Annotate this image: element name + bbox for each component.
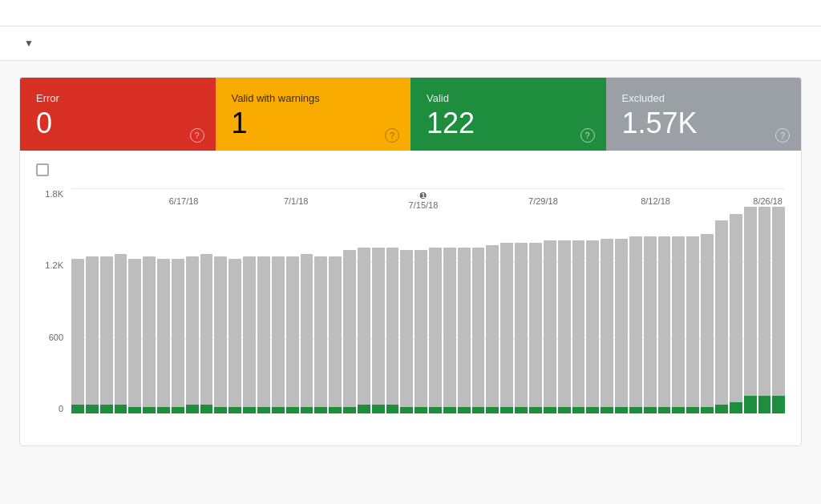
bar-green-41 xyxy=(658,407,671,413)
bar-group-39 xyxy=(629,189,642,413)
bar-gray-4 xyxy=(128,259,141,407)
bar-gray-24 xyxy=(415,250,427,407)
bar-green-10 xyxy=(214,407,227,413)
bar-group-19 xyxy=(343,189,356,413)
bar-green-31 xyxy=(515,407,528,413)
bar-group-38 xyxy=(615,189,628,413)
x-label-2: 7/15/18 xyxy=(409,200,439,210)
bar-green-11 xyxy=(229,407,241,413)
bar-green-0 xyxy=(71,405,84,413)
bar-gray-29 xyxy=(486,245,499,407)
bar-green-13 xyxy=(257,407,270,413)
x-label-5: 8/26/18 xyxy=(753,196,783,206)
tile-warning[interactable]: Valid with warnings 1 ? xyxy=(216,78,411,151)
bar-green-49 xyxy=(772,396,785,413)
tile-error[interactable]: Error 0 ? xyxy=(20,78,216,151)
bar-green-30 xyxy=(500,407,513,413)
bar-group-32 xyxy=(529,189,542,413)
bar-green-44 xyxy=(701,407,714,413)
impressions-toggle xyxy=(36,163,785,176)
bar-group-20 xyxy=(358,189,370,413)
bar-group-23 xyxy=(400,189,413,413)
bar-group-4 xyxy=(128,189,141,413)
bar-gray-41 xyxy=(658,236,671,407)
bar-gray-2 xyxy=(100,256,113,405)
bar-gray-26 xyxy=(443,248,456,407)
bar-gray-0 xyxy=(71,259,84,405)
impressions-checkbox[interactable] xyxy=(36,163,49,176)
bar-gray-28 xyxy=(472,248,485,407)
bar-green-32 xyxy=(529,407,542,413)
bar-green-2 xyxy=(100,405,113,413)
bar-group-44 xyxy=(701,189,714,413)
bar-group-35 xyxy=(572,189,585,413)
bar-green-37 xyxy=(601,407,613,413)
y-axis: 1.8K1.2K6000 xyxy=(36,189,68,413)
bar-gray-43 xyxy=(686,236,699,407)
bar-gray-20 xyxy=(358,248,370,405)
filter-dropdown[interactable]: ▼ xyxy=(19,34,34,52)
bar-gray-13 xyxy=(257,256,270,407)
bar-group-2 xyxy=(100,189,113,413)
x-label-group-0: 6/17/18 xyxy=(169,196,199,206)
chevron-down-icon: ▼ xyxy=(24,38,34,49)
bar-group-17 xyxy=(314,189,327,413)
bar-group-9 xyxy=(200,189,213,413)
bar-gray-40 xyxy=(644,236,657,407)
bar-green-29 xyxy=(486,407,499,413)
tile-label-valid: Valid xyxy=(427,92,590,104)
bar-gray-5 xyxy=(143,256,156,407)
bar-gray-19 xyxy=(343,250,356,407)
tile-value-valid: 122 xyxy=(427,109,590,138)
bar-group-18 xyxy=(329,189,342,413)
toolbar: ▼ xyxy=(0,26,821,61)
bar-group-1 xyxy=(86,189,99,413)
bar-green-26 xyxy=(443,407,456,413)
help-icon-excluded[interactable]: ? xyxy=(775,128,790,143)
help-icon-error[interactable]: ? xyxy=(190,128,204,143)
bar-gray-45 xyxy=(715,220,728,405)
bar-green-25 xyxy=(429,407,442,413)
bar-gray-21 xyxy=(372,248,385,405)
bar-group-46 xyxy=(730,189,742,413)
bar-green-9 xyxy=(200,405,213,413)
bar-gray-15 xyxy=(286,256,299,407)
bar-group-43 xyxy=(686,189,699,413)
bar-green-43 xyxy=(686,407,699,413)
bar-green-42 xyxy=(672,407,685,413)
bar-gray-10 xyxy=(214,256,227,407)
bar-green-6 xyxy=(157,407,170,413)
tile-excluded[interactable]: Excluded 1.57K ? xyxy=(606,78,802,151)
bar-green-28 xyxy=(472,407,485,413)
bar-green-18 xyxy=(329,407,342,413)
bar-green-39 xyxy=(629,407,642,413)
tile-value-excluded: 1.57K xyxy=(622,109,786,138)
x-dot-2: 1 xyxy=(420,192,427,199)
help-icon-valid[interactable]: ? xyxy=(580,128,595,143)
bar-group-48 xyxy=(758,189,771,413)
bar-group-33 xyxy=(544,189,556,413)
bar-group-27 xyxy=(458,189,471,413)
bar-green-34 xyxy=(558,407,571,413)
bar-gray-11 xyxy=(229,259,241,407)
bar-green-35 xyxy=(572,407,585,413)
y-label-2: 600 xyxy=(49,333,63,342)
bar-green-46 xyxy=(730,402,742,413)
bar-gray-44 xyxy=(701,234,714,407)
help-icon-warning[interactable]: ? xyxy=(385,128,399,143)
bar-group-13 xyxy=(257,189,270,413)
bar-group-3 xyxy=(115,189,127,413)
y-label-1: 1.2K xyxy=(45,260,63,270)
bar-gray-18 xyxy=(329,256,342,407)
bar-green-19 xyxy=(343,407,356,413)
bar-green-5 xyxy=(143,407,156,413)
bar-group-42 xyxy=(672,189,685,413)
bar-green-12 xyxy=(243,407,256,413)
tile-valid[interactable]: Valid 122 ? xyxy=(410,78,606,151)
bar-green-7 xyxy=(172,407,184,413)
bar-group-10 xyxy=(214,189,227,413)
bar-gray-8 xyxy=(186,256,199,405)
bar-group-45 xyxy=(715,189,728,413)
bar-gray-30 xyxy=(500,243,513,406)
tile-value-warning: 1 xyxy=(232,109,395,138)
